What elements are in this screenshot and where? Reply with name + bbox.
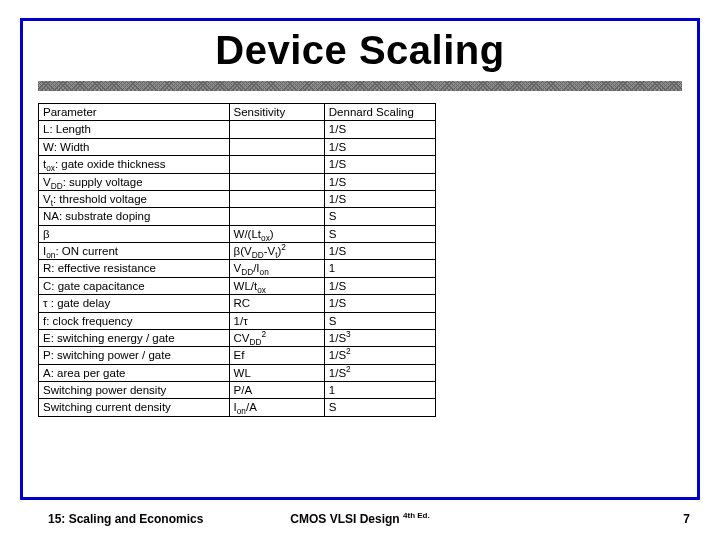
footer-edition: 4th Ed. (403, 511, 430, 520)
title-underline (38, 81, 682, 91)
footer-center: CMOS VLSI Design 4th Ed. (290, 511, 429, 526)
footer-left: 15: Scaling and Economics (48, 512, 203, 526)
footer-page-number: 7 (683, 512, 690, 526)
footer: 15: Scaling and Economics CMOS VLSI Desi… (0, 506, 720, 526)
footer-center-main: CMOS VLSI Design (290, 512, 399, 526)
